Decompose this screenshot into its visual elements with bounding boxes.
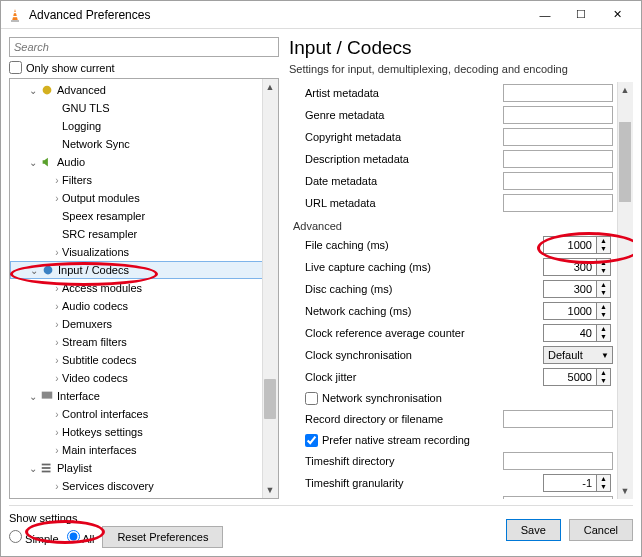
tree-item[interactable]: ·›Main interfaces bbox=[10, 441, 278, 459]
tree-item[interactable]: ·›Filters bbox=[10, 171, 278, 189]
record-dir-input[interactable] bbox=[503, 410, 613, 428]
tree-item[interactable]: ·›Hotkeys settings bbox=[10, 423, 278, 441]
description-metadata-input[interactable] bbox=[503, 150, 613, 168]
prefer-native-checkbox[interactable] bbox=[305, 434, 318, 447]
cancel-button[interactable]: Cancel bbox=[569, 519, 633, 541]
tree-item[interactable]: ⌄Interface bbox=[10, 387, 278, 405]
clock-avg-spinner[interactable]: ▲▼ bbox=[543, 324, 613, 342]
tree-item[interactable]: ⌄Stream output bbox=[10, 495, 278, 499]
search-input[interactable] bbox=[9, 37, 279, 57]
panel-heading: Input / Codecs bbox=[289, 37, 633, 59]
tree-item-label: Audio bbox=[57, 156, 85, 168]
radio-simple[interactable]: Simple bbox=[9, 530, 59, 545]
reset-preferences-button[interactable]: Reset Preferences bbox=[102, 526, 223, 548]
url-metadata-input[interactable] bbox=[503, 194, 613, 212]
disc-caching-spinner[interactable]: ▲▼ bbox=[543, 280, 613, 298]
timeshift-dir-input[interactable] bbox=[503, 452, 613, 470]
tree-item[interactable]: ·›Services discovery bbox=[10, 477, 278, 495]
clock-sync-label: Clock synchronisation bbox=[305, 349, 543, 361]
live-caching-spinner[interactable]: ▲▼ bbox=[543, 258, 613, 276]
network-sync-checkbox[interactable] bbox=[305, 392, 318, 405]
advanced-group-title: Advanced bbox=[293, 220, 613, 232]
tree-item-label: GNU TLS bbox=[62, 102, 109, 114]
expand-icon[interactable]: ⌄ bbox=[26, 391, 40, 402]
expand-icon[interactable]: ⌄ bbox=[26, 499, 40, 500]
file-caching-spinner[interactable]: ▲▼ bbox=[543, 236, 613, 254]
tree-item[interactable]: ·›Access modules bbox=[10, 279, 278, 297]
artist-metadata-label: Artist metadata bbox=[305, 87, 503, 99]
network-caching-spinner[interactable]: ▲▼ bbox=[543, 302, 613, 320]
scroll-down-icon[interactable]: ▼ bbox=[262, 482, 278, 498]
only-show-current-checkbox[interactable] bbox=[9, 61, 22, 74]
artist-metadata-input[interactable] bbox=[503, 84, 613, 102]
preferences-tree[interactable]: ⌄Advanced··GNU TLS··Logging··Network Syn… bbox=[9, 78, 279, 499]
expand-icon[interactable]: ⌄ bbox=[26, 463, 40, 474]
file-caching-label: File caching (ms) bbox=[305, 239, 543, 251]
timeshift-granularity-spinner[interactable]: ▲▼ bbox=[543, 474, 613, 492]
chevron-right-icon: › bbox=[52, 355, 62, 366]
timeshift-granularity-label: Timeshift granularity bbox=[305, 477, 543, 489]
tree-item[interactable]: ⌄Input / Codecs bbox=[10, 261, 278, 279]
tree-item-label: Control interfaces bbox=[62, 408, 148, 420]
sout-icon bbox=[40, 497, 54, 499]
copyright-metadata-input[interactable] bbox=[503, 128, 613, 146]
tree-item[interactable]: ··Network Sync bbox=[10, 135, 278, 153]
scroll-up-icon[interactable]: ▲ bbox=[262, 79, 278, 95]
clock-sync-combo[interactable]: Default▼ bbox=[543, 346, 613, 364]
tree-item[interactable]: ·›Video codecs bbox=[10, 369, 278, 387]
tree-item[interactable]: ·›Control interfaces bbox=[10, 405, 278, 423]
scroll-up-icon[interactable]: ▲ bbox=[617, 82, 633, 98]
tree-item-label: Main interfaces bbox=[62, 444, 137, 456]
tree-item-label: Hotkeys settings bbox=[62, 426, 143, 438]
tree-item[interactable]: ··GNU TLS bbox=[10, 99, 278, 117]
maximize-button[interactable]: ☐ bbox=[563, 4, 599, 26]
chevron-right-icon: › bbox=[52, 283, 62, 294]
close-button[interactable]: ✕ bbox=[599, 4, 635, 26]
save-button[interactable]: Save bbox=[506, 519, 561, 541]
clock-jitter-spinner[interactable]: ▲▼ bbox=[543, 368, 613, 386]
tree-item[interactable]: ··SRC resampler bbox=[10, 225, 278, 243]
audio-icon bbox=[40, 155, 54, 169]
svg-rect-9 bbox=[42, 471, 51, 473]
change-title-input[interactable] bbox=[503, 496, 613, 499]
tree-item[interactable]: ⌄Playlist bbox=[10, 459, 278, 477]
show-settings-label: Show settings bbox=[9, 512, 223, 524]
only-show-current-label: Only show current bbox=[26, 62, 115, 74]
svg-rect-6 bbox=[42, 392, 53, 399]
expand-icon[interactable]: ⌄ bbox=[26, 85, 40, 96]
tree-item[interactable]: ··Logging bbox=[10, 117, 278, 135]
tree-item[interactable]: ·›Stream filters bbox=[10, 333, 278, 351]
genre-metadata-label: Genre metadata bbox=[305, 109, 503, 121]
tree-item[interactable]: ·›Subtitle codecs bbox=[10, 351, 278, 369]
svg-rect-2 bbox=[13, 12, 17, 13]
window-title: Advanced Preferences bbox=[29, 8, 527, 22]
svg-rect-3 bbox=[13, 16, 18, 17]
chevron-right-icon: › bbox=[52, 373, 62, 384]
scroll-thumb[interactable] bbox=[619, 122, 631, 202]
chevron-right-icon: › bbox=[52, 301, 62, 312]
chevron-down-icon: ▼ bbox=[598, 351, 612, 360]
description-metadata-label: Description metadata bbox=[305, 153, 503, 165]
tree-item[interactable]: ··Speex resampler bbox=[10, 207, 278, 225]
scroll-thumb[interactable] bbox=[264, 379, 276, 419]
expand-icon[interactable]: ⌄ bbox=[26, 157, 40, 168]
network-sync-label: Network synchronisation bbox=[322, 392, 442, 404]
tree-item[interactable]: ⌄Advanced bbox=[10, 81, 278, 99]
tree-item[interactable]: ·›Demuxers bbox=[10, 315, 278, 333]
scroll-down-icon[interactable]: ▼ bbox=[617, 483, 633, 499]
panel-scrollbar[interactable]: ▲ ▼ bbox=[617, 82, 633, 499]
tree-item[interactable]: ·›Audio codecs bbox=[10, 297, 278, 315]
tree-scrollbar[interactable]: ▲ ▼ bbox=[262, 79, 278, 498]
date-metadata-input[interactable] bbox=[503, 172, 613, 190]
svg-rect-1 bbox=[11, 20, 19, 22]
tree-item[interactable]: ⌄Audio bbox=[10, 153, 278, 171]
tree-item-label: Visualizations bbox=[62, 246, 129, 258]
radio-all[interactable]: All bbox=[67, 530, 95, 545]
tree-item-label: Input / Codecs bbox=[58, 264, 129, 276]
expand-icon[interactable]: ⌄ bbox=[27, 265, 41, 276]
genre-metadata-input[interactable] bbox=[503, 106, 613, 124]
tree-item[interactable]: ·›Visualizations bbox=[10, 243, 278, 261]
minimize-button[interactable]: — bbox=[527, 4, 563, 26]
tree-item-label: Demuxers bbox=[62, 318, 112, 330]
tree-item[interactable]: ·›Output modules bbox=[10, 189, 278, 207]
